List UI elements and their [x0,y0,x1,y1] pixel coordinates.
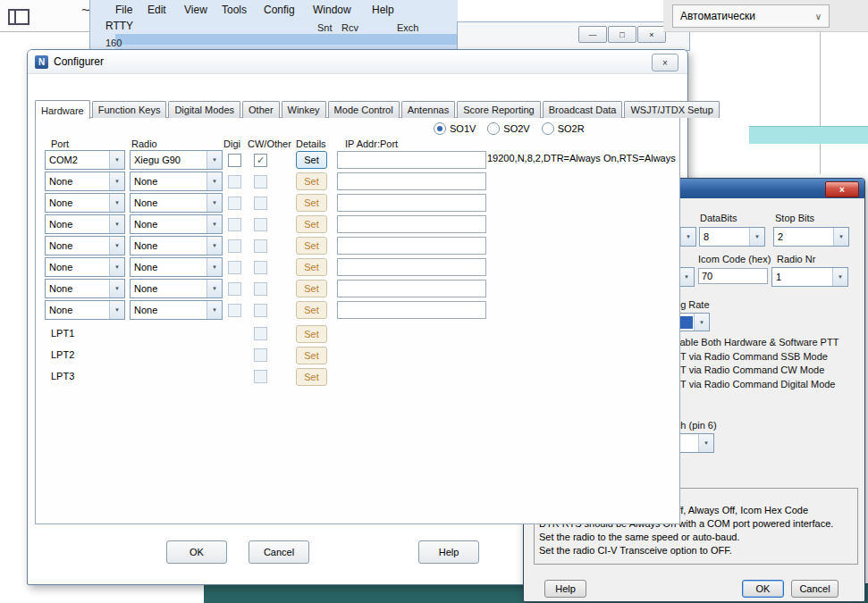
com2-close-button[interactable]: × [825,181,859,197]
header-details: Details [296,138,326,149]
port-select[interactable]: COM2 ▼ [45,150,125,170]
stopbits-select[interactable]: 2 ▼ [773,227,849,247]
radio-select[interactable]: Xiegu G90 ▼ [130,150,223,170]
databits-label: DataBits [700,213,737,223]
digi-checkbox[interactable] [228,197,241,210]
cw-other-checkbox[interactable] [254,239,267,253]
ip-addr-input[interactable] [337,280,486,297]
cw-other-checkbox[interactable] [254,261,267,274]
cancel-button[interactable]: Cancel [249,540,309,564]
radio-selected-icon [434,122,446,135]
cw-other-checkbox[interactable] [254,304,267,317]
tab-score-reporting[interactable]: Score Reporting [457,101,541,118]
cw-other-checkbox[interactable]: ✓ [254,154,267,167]
so1v-radio[interactable]: SO1V [434,122,476,135]
cw-other-checkbox[interactable] [254,175,267,188]
tab-wsjt-jtdx-setup[interactable]: WSJT/JTDX Setup [624,101,719,118]
cw-other-checkbox[interactable] [254,197,267,210]
log-row-selected[interactable] [115,34,458,45]
ip-addr-input[interactable] [337,172,486,190]
tab-broadcast-data[interactable]: Broadcast Data [543,101,623,118]
radio-select[interactable]: None ▼ [130,257,223,277]
menu-file[interactable]: File [115,4,132,16]
icom-code-input[interactable] [698,268,768,284]
ok-button[interactable]: OK [742,580,784,598]
close-button[interactable]: × [637,26,666,43]
cw-other-checkbox[interactable] [254,327,267,340]
cw-other-checkbox[interactable] [254,282,267,296]
menu-help[interactable]: Help [372,4,394,16]
auto-select[interactable]: Автоматически ∨ [672,4,830,28]
digi-checkbox[interactable] [228,261,241,274]
port-value: None [46,260,109,274]
port-select[interactable]: None ▼ [45,172,125,191]
ptt-cw-label: PTT via Radio Command CW Mode [668,364,824,375]
radio-select[interactable]: None ▼ [130,172,223,191]
suggested-line: Set the radio CI-V Transceive option to … [539,544,853,557]
radio-nr-select[interactable]: 1 ▼ [771,267,848,287]
hardware-row: None ▼ None ▼ Set [36,214,678,236]
chevron-down-icon: ▼ [109,258,124,276]
tab-hardware[interactable]: Hardware [35,100,90,119]
set-button[interactable]: Set [296,151,327,169]
databits-select[interactable]: 8 ▼ [699,227,765,247]
digi-checkbox[interactable] [228,239,241,253]
digi-checkbox[interactable] [228,282,241,296]
configurer-titlebar[interactable]: N Configurer [28,50,687,74]
help-button[interactable]: Help [544,580,586,598]
digi-checkbox[interactable] [228,218,241,231]
radio-select[interactable]: None ▼ [130,193,223,213]
tab-other[interactable]: Other [242,101,280,118]
port-select[interactable]: None ▼ [45,214,125,234]
digi-checkbox[interactable] [228,154,241,167]
so2r-radio[interactable]: SO2R [542,122,585,135]
so2v-radio[interactable]: SO2V [487,122,529,135]
cancel-button[interactable]: Cancel [791,580,839,598]
configurer-close-button[interactable]: × [652,54,678,71]
menu-config[interactable]: Config [264,4,295,16]
ip-addr-input[interactable] [337,258,486,276]
menu-edit[interactable]: Edit [147,4,166,16]
radio-select[interactable]: None ▼ [130,214,223,234]
ip-addr-input[interactable] [337,215,486,233]
digi-checkbox[interactable] [228,175,241,188]
layout-split-icon[interactable] [8,9,29,25]
cw-other-checkbox[interactable] [254,370,267,383]
tab-winkey[interactable]: Winkey [282,101,326,118]
set-button: Set [296,368,327,386]
chevron-down-icon: ▼ [680,228,695,246]
ok-button[interactable]: OK [166,540,227,564]
port-select[interactable]: None ▼ [45,236,125,255]
radio-icon [487,122,500,135]
port-select[interactable]: None ▼ [45,257,125,277]
tab-digital-modes[interactable]: Digital Modes [168,101,240,118]
ip-addr-input[interactable] [337,194,486,212]
port-select[interactable]: None ▼ [45,279,125,298]
ptt-digital-label: PTT via Radio Command Digital Mode [668,379,835,389]
tab-antennas[interactable]: Antennas [401,101,455,118]
port-select[interactable]: None ▼ [45,193,125,213]
radio-select[interactable]: None ▼ [130,300,223,320]
menu-tools[interactable]: Tools [222,4,247,16]
ip-addr-input[interactable] [337,151,486,169]
highlight-strip [749,126,868,144]
menu-view[interactable]: View [184,4,207,16]
tab-function-keys[interactable]: Function Keys [92,101,167,118]
radio-select[interactable]: None ▼ [130,236,223,255]
cw-other-checkbox[interactable] [254,218,267,231]
digi-checkbox[interactable] [228,304,241,317]
menu-window[interactable]: Window [313,4,351,16]
port-value: None [46,196,109,210]
minimize-button[interactable]: — [578,26,607,43]
cw-other-checkbox[interactable] [254,348,267,362]
port-select[interactable]: None ▼ [45,300,125,320]
help-button[interactable]: Help [418,540,479,564]
ip-addr-input[interactable] [337,237,486,255]
ip-addr-input[interactable] [337,301,486,319]
maximize-button[interactable]: □ [608,26,636,43]
radio-select[interactable]: None ▼ [130,279,223,298]
lpt1-label: LPT1 [51,328,74,339]
col-exch: Exch [397,22,418,33]
stopbits-value: 2 [774,230,833,244]
tab-mode-control[interactable]: Mode Control [328,101,400,118]
